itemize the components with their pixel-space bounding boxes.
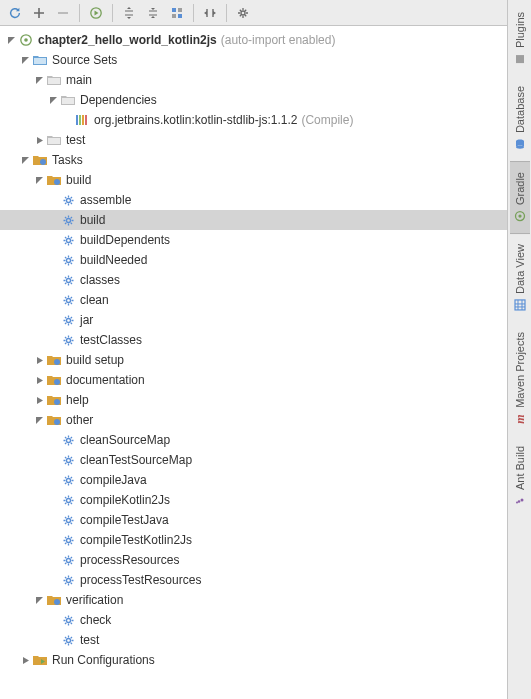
project-root-node[interactable]: chapter2_hello_world_kotlin2js (auto-imp… <box>0 30 507 50</box>
sourceset-main-node[interactable]: main <box>0 70 507 90</box>
task-group-verification[interactable]: verification <box>0 590 507 610</box>
gear-icon <box>60 452 76 468</box>
tasks-node[interactable]: Tasks <box>0 150 507 170</box>
svg-point-18 <box>66 198 70 202</box>
sidebar-tab-gradle[interactable]: Gradle <box>510 161 530 234</box>
task-item[interactable]: processTestResources <box>0 570 507 590</box>
disclosure-triangle-icon[interactable] <box>32 130 46 150</box>
task-item[interactable]: jar <box>0 310 507 330</box>
data-view-icon <box>513 298 527 312</box>
svg-rect-13 <box>82 115 84 125</box>
task-item[interactable]: build <box>0 210 507 230</box>
node-label: documentation <box>66 370 145 390</box>
svg-rect-41 <box>516 55 524 63</box>
add-button[interactable] <box>28 2 50 24</box>
task-group-other[interactable]: other <box>0 410 507 430</box>
disclosure-triangle-icon[interactable] <box>18 50 32 70</box>
toggle-offline-button[interactable] <box>199 2 221 24</box>
gear-icon <box>60 212 76 228</box>
show-dependencies-button[interactable] <box>166 2 188 24</box>
task-item[interactable]: compileTestKotlin2Js <box>0 530 507 550</box>
svg-rect-3 <box>172 14 176 18</box>
node-label: Tasks <box>52 150 83 170</box>
right-sidebar: Plugins Database Gradle Data View m Mave… <box>507 0 531 699</box>
node-label: build setup <box>66 350 124 370</box>
task-item[interactable]: cleanSourceMap <box>0 430 507 450</box>
run-configurations-node[interactable]: Run Configurations <box>0 650 507 670</box>
task-group-build[interactable]: build <box>0 170 507 190</box>
dependency-item[interactable]: org.jetbrains.kotlin:kotlin-stdlib-js:1.… <box>0 110 507 130</box>
gradle-tree[interactable]: chapter2_hello_world_kotlin2js (auto-imp… <box>0 26 507 670</box>
sidebar-tab-maven[interactable]: m Maven Projects <box>510 322 530 436</box>
disclosure-triangle-icon[interactable] <box>32 370 46 390</box>
task-item[interactable]: assemble <box>0 190 507 210</box>
task-item[interactable]: testClasses <box>0 330 507 350</box>
sidebar-tab-ant[interactable]: Ant Build <box>510 436 530 518</box>
disclosure-triangle-icon[interactable] <box>32 390 46 410</box>
task-item[interactable]: clean <box>0 290 507 310</box>
remove-button[interactable] <box>52 2 74 24</box>
disclosure-triangle-icon[interactable] <box>32 70 46 90</box>
task-label: test <box>80 630 99 650</box>
disclosure-triangle-icon[interactable] <box>4 30 18 50</box>
task-group-documentation[interactable]: documentation <box>0 370 507 390</box>
task-group-build-setup[interactable]: build setup <box>0 350 507 370</box>
collapse-all-button[interactable] <box>142 2 164 24</box>
task-item[interactable]: compileKotlin2Js <box>0 490 507 510</box>
svg-rect-10 <box>62 98 74 104</box>
sidebar-tab-database[interactable]: Database <box>510 76 530 161</box>
disclosure-triangle-icon[interactable] <box>18 150 32 170</box>
svg-point-19 <box>66 218 70 222</box>
dependencies-node[interactable]: Dependencies <box>0 90 507 110</box>
task-item[interactable]: buildDependents <box>0 230 507 250</box>
task-label: compileTestKotlin2Js <box>80 530 192 550</box>
sidebar-tab-plugins[interactable]: Plugins <box>510 2 530 76</box>
svg-point-40 <box>66 638 70 642</box>
task-label: build <box>80 210 105 230</box>
task-item[interactable]: classes <box>0 270 507 290</box>
disclosure-triangle-icon[interactable] <box>32 410 46 430</box>
svg-point-46 <box>520 498 523 501</box>
svg-point-16 <box>40 159 46 165</box>
task-group-icon <box>46 172 62 188</box>
gear-icon <box>60 492 76 508</box>
task-item[interactable]: check <box>0 610 507 630</box>
dependency-label: org.jetbrains.kotlin:kotlin-stdlib-js:1.… <box>94 110 297 130</box>
node-label: Dependencies <box>80 90 157 110</box>
svg-point-25 <box>66 338 70 342</box>
task-item[interactable]: cleanTestSourceMap <box>0 450 507 470</box>
disclosure-triangle-icon[interactable] <box>32 170 46 190</box>
disclosure-triangle-icon[interactable] <box>18 650 32 670</box>
disclosure-triangle-icon[interactable] <box>46 90 60 110</box>
task-item[interactable]: processResources <box>0 550 507 570</box>
task-item[interactable]: compileTestJava <box>0 510 507 530</box>
source-sets-node[interactable]: Source Sets <box>0 50 507 70</box>
node-label: Source Sets <box>52 50 117 70</box>
task-group-help[interactable]: help <box>0 390 507 410</box>
task-item[interactable]: test <box>0 630 507 650</box>
disclosure-triangle-icon[interactable] <box>32 350 46 370</box>
task-label: processTestResources <box>80 570 201 590</box>
gear-icon <box>60 432 76 448</box>
sidebar-tab-data-view[interactable]: Data View <box>510 234 530 322</box>
svg-rect-11 <box>76 115 78 125</box>
gear-icon <box>60 312 76 328</box>
node-label: Run Configurations <box>52 650 155 670</box>
gear-icon <box>60 272 76 288</box>
task-item[interactable]: buildNeeded <box>0 250 507 270</box>
ant-icon <box>513 494 527 508</box>
disclosure-triangle-icon[interactable] <box>32 590 46 610</box>
tab-label: Plugins <box>514 12 526 48</box>
sourceset-test-node[interactable]: test <box>0 130 507 150</box>
svg-rect-2 <box>178 8 182 12</box>
task-label: jar <box>80 310 93 330</box>
svg-point-39 <box>66 618 70 622</box>
expand-all-button[interactable] <box>118 2 140 24</box>
gradle-icon <box>513 209 527 223</box>
task-label: compileTestJava <box>80 510 169 530</box>
run-gradle-task-button[interactable] <box>85 2 107 24</box>
task-item[interactable]: compileJava <box>0 470 507 490</box>
tab-label: Data View <box>514 244 526 294</box>
refresh-button[interactable] <box>4 2 26 24</box>
gradle-settings-button[interactable] <box>232 2 254 24</box>
